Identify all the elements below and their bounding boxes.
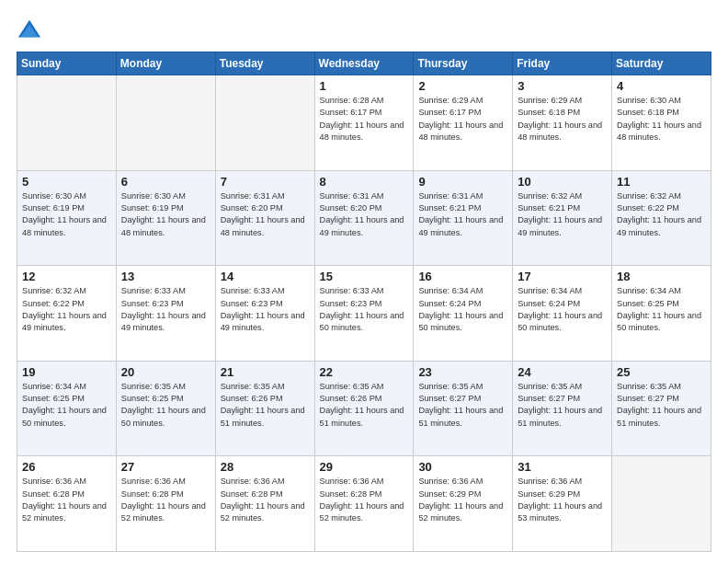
day-number: 16 (418, 270, 507, 283)
day-number: 8 (320, 175, 409, 189)
day-info: Sunrise: 6:36 AMSunset: 6:28 PMDaylight:… (320, 476, 409, 524)
calendar-week-row: 5Sunrise: 6:30 AMSunset: 6:19 PMDaylight… (17, 170, 711, 266)
calendar-cell: 26Sunrise: 6:36 AMSunset: 6:28 PMDayligh… (17, 456, 117, 552)
calendar-cell: 6Sunrise: 6:30 AMSunset: 6:19 PMDaylight… (116, 170, 215, 266)
calendar-cell: 3Sunrise: 6:29 AMSunset: 6:18 PMDaylight… (513, 75, 612, 171)
day-number: 21 (221, 365, 310, 379)
calendar-week-row: 26Sunrise: 6:36 AMSunset: 6:28 PMDayligh… (17, 456, 711, 552)
calendar-cell: 4Sunrise: 6:30 AMSunset: 6:18 PMDaylight… (612, 75, 711, 171)
calendar-cell: 28Sunrise: 6:36 AMSunset: 6:28 PMDayligh… (215, 456, 314, 552)
day-number: 20 (121, 365, 210, 379)
day-number: 2 (418, 79, 507, 93)
day-info: Sunrise: 6:36 AMSunset: 6:28 PMDaylight:… (22, 476, 111, 524)
day-info: Sunrise: 6:35 AMSunset: 6:27 PMDaylight:… (617, 381, 706, 430)
day-info: Sunrise: 6:36 AMSunset: 6:29 PMDaylight:… (518, 476, 607, 524)
calendar-cell (612, 456, 711, 552)
calendar-cell: 15Sunrise: 6:33 AMSunset: 6:23 PMDayligh… (314, 266, 414, 362)
weekday-header-saturday: Saturday (612, 52, 711, 75)
calendar-cell: 12Sunrise: 6:32 AMSunset: 6:22 PMDayligh… (17, 266, 117, 362)
day-number: 23 (418, 365, 507, 379)
calendar-table: SundayMondayTuesdayWednesdayThursdayFrid… (17, 52, 711, 552)
day-info: Sunrise: 6:36 AMSunset: 6:28 PMDaylight:… (221, 476, 310, 524)
day-number: 26 (22, 460, 111, 474)
calendar-cell: 27Sunrise: 6:36 AMSunset: 6:28 PMDayligh… (116, 456, 215, 552)
page: SundayMondayTuesdayWednesdayThursdayFrid… (0, 0, 728, 563)
day-info: Sunrise: 6:35 AMSunset: 6:26 PMDaylight:… (320, 381, 409, 430)
day-info: Sunrise: 6:33 AMSunset: 6:23 PMDaylight:… (221, 285, 310, 334)
day-info: Sunrise: 6:34 AMSunset: 6:24 PMDaylight:… (418, 285, 507, 334)
calendar-cell: 18Sunrise: 6:34 AMSunset: 6:25 PMDayligh… (612, 266, 711, 362)
day-info: Sunrise: 6:34 AMSunset: 6:25 PMDaylight:… (22, 381, 111, 430)
day-info: Sunrise: 6:32 AMSunset: 6:22 PMDaylight:… (617, 190, 706, 239)
calendar-week-row: 1Sunrise: 6:28 AMSunset: 6:17 PMDaylight… (17, 75, 711, 171)
calendar-cell: 24Sunrise: 6:35 AMSunset: 6:27 PMDayligh… (513, 361, 612, 456)
calendar-cell: 25Sunrise: 6:35 AMSunset: 6:27 PMDayligh… (612, 361, 711, 456)
day-number: 4 (617, 79, 706, 93)
calendar-cell: 8Sunrise: 6:31 AMSunset: 6:20 PMDaylight… (314, 170, 414, 266)
day-info: Sunrise: 6:31 AMSunset: 6:20 PMDaylight:… (221, 190, 310, 239)
calendar-cell: 5Sunrise: 6:30 AMSunset: 6:19 PMDaylight… (17, 170, 117, 266)
weekday-header-monday: Monday (116, 52, 215, 75)
weekday-header-friday: Friday (513, 52, 612, 75)
day-number: 22 (320, 365, 409, 379)
day-number: 15 (320, 270, 409, 283)
day-info: Sunrise: 6:36 AMSunset: 6:28 PMDaylight:… (121, 476, 210, 524)
day-number: 10 (518, 175, 607, 189)
calendar-cell (116, 75, 215, 171)
day-number: 14 (221, 270, 310, 283)
day-number: 28 (221, 460, 310, 474)
day-number: 3 (518, 79, 607, 93)
day-info: Sunrise: 6:35 AMSunset: 6:27 PMDaylight:… (418, 381, 507, 430)
day-number: 5 (22, 175, 111, 189)
day-info: Sunrise: 6:34 AMSunset: 6:25 PMDaylight:… (617, 285, 706, 334)
calendar-cell: 20Sunrise: 6:35 AMSunset: 6:25 PMDayligh… (116, 361, 215, 456)
day-info: Sunrise: 6:30 AMSunset: 6:18 PMDaylight:… (617, 95, 706, 144)
day-info: Sunrise: 6:35 AMSunset: 6:27 PMDaylight:… (518, 381, 607, 430)
logo (17, 17, 46, 42)
day-info: Sunrise: 6:29 AMSunset: 6:17 PMDaylight:… (418, 95, 507, 144)
header (17, 17, 711, 42)
day-info: Sunrise: 6:32 AMSunset: 6:21 PMDaylight:… (518, 190, 607, 239)
day-number: 18 (617, 270, 706, 283)
day-number: 31 (518, 460, 607, 474)
day-info: Sunrise: 6:34 AMSunset: 6:24 PMDaylight:… (518, 285, 607, 334)
day-number: 30 (418, 460, 507, 474)
day-info: Sunrise: 6:33 AMSunset: 6:23 PMDaylight:… (320, 285, 409, 334)
weekday-header-thursday: Thursday (414, 52, 513, 75)
calendar-cell (215, 75, 314, 171)
calendar-cell: 29Sunrise: 6:36 AMSunset: 6:28 PMDayligh… (314, 456, 414, 552)
calendar-cell: 2Sunrise: 6:29 AMSunset: 6:17 PMDaylight… (414, 75, 513, 171)
calendar-cell (17, 75, 117, 171)
day-info: Sunrise: 6:36 AMSunset: 6:29 PMDaylight:… (418, 476, 507, 524)
day-number: 6 (121, 175, 210, 189)
calendar-cell: 30Sunrise: 6:36 AMSunset: 6:29 PMDayligh… (414, 456, 513, 552)
calendar-header-row: SundayMondayTuesdayWednesdayThursdayFrid… (17, 52, 711, 75)
day-number: 25 (617, 365, 706, 379)
day-number: 27 (121, 460, 210, 474)
day-info: Sunrise: 6:35 AMSunset: 6:26 PMDaylight:… (221, 381, 310, 430)
weekday-header-sunday: Sunday (17, 52, 117, 75)
day-info: Sunrise: 6:30 AMSunset: 6:19 PMDaylight:… (121, 190, 210, 239)
day-number: 19 (22, 365, 111, 379)
weekday-header-wednesday: Wednesday (314, 52, 414, 75)
day-info: Sunrise: 6:29 AMSunset: 6:18 PMDaylight:… (518, 95, 607, 144)
calendar-cell: 19Sunrise: 6:34 AMSunset: 6:25 PMDayligh… (17, 361, 117, 456)
calendar-cell: 23Sunrise: 6:35 AMSunset: 6:27 PMDayligh… (414, 361, 513, 456)
day-info: Sunrise: 6:33 AMSunset: 6:23 PMDaylight:… (121, 285, 210, 334)
calendar-week-row: 12Sunrise: 6:32 AMSunset: 6:22 PMDayligh… (17, 266, 711, 362)
calendar-cell: 14Sunrise: 6:33 AMSunset: 6:23 PMDayligh… (215, 266, 314, 362)
weekday-header-tuesday: Tuesday (215, 52, 314, 75)
day-info: Sunrise: 6:31 AMSunset: 6:21 PMDaylight:… (418, 190, 507, 239)
calendar-cell: 22Sunrise: 6:35 AMSunset: 6:26 PMDayligh… (314, 361, 414, 456)
day-number: 11 (617, 175, 706, 189)
calendar-cell: 13Sunrise: 6:33 AMSunset: 6:23 PMDayligh… (116, 266, 215, 362)
calendar-cell: 7Sunrise: 6:31 AMSunset: 6:20 PMDaylight… (215, 170, 314, 266)
day-number: 17 (518, 270, 607, 283)
logo-icon (17, 17, 42, 42)
day-info: Sunrise: 6:30 AMSunset: 6:19 PMDaylight:… (22, 190, 111, 239)
calendar-cell: 16Sunrise: 6:34 AMSunset: 6:24 PMDayligh… (414, 266, 513, 362)
calendar-cell: 10Sunrise: 6:32 AMSunset: 6:21 PMDayligh… (513, 170, 612, 266)
day-number: 13 (121, 270, 210, 283)
calendar-cell: 31Sunrise: 6:36 AMSunset: 6:29 PMDayligh… (513, 456, 612, 552)
day-number: 9 (418, 175, 507, 189)
